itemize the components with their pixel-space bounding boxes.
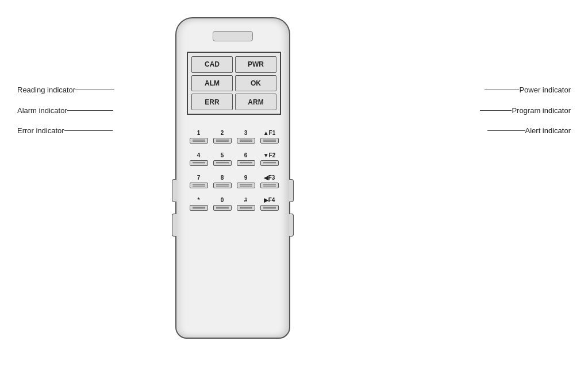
arm-indicator: ARM <box>235 94 276 110</box>
key-f3-group[interactable]: ◀F3 <box>258 175 281 188</box>
program-indicator-text: Program indicator <box>512 106 571 115</box>
key-5-group[interactable]: 5 <box>210 153 234 166</box>
power-indicator-text: Power indicator <box>519 86 571 94</box>
ok-indicator: OK <box>235 75 276 92</box>
key-0-btn[interactable] <box>213 205 232 211</box>
key-f1-btn[interactable] <box>260 138 279 144</box>
key-0-group[interactable]: 0 <box>210 197 234 211</box>
key-star-btn[interactable] <box>190 205 208 211</box>
error-indicator-text: Error indicator <box>17 126 64 135</box>
key-star-label: * <box>198 197 200 203</box>
ridge-left-2 <box>172 214 176 237</box>
error-indicator-line <box>64 130 113 131</box>
alarm-indicator-text: Alarm indicator <box>17 106 67 115</box>
key-4-group[interactable]: 4 <box>187 153 210 166</box>
key-5-btn[interactable] <box>213 160 232 166</box>
err-indicator: ERR <box>191 94 233 110</box>
ridge-right-1 <box>289 179 294 202</box>
key-f2-group[interactable]: ▼F2 <box>258 153 281 166</box>
indicator-panel: CAD PWR ALM OK ERR ARM <box>187 52 281 115</box>
key-f4-group[interactable]: ▶F4 <box>258 197 281 211</box>
key-f3-label: ◀F3 <box>264 175 275 181</box>
key-1-btn[interactable] <box>190 138 208 144</box>
diagram-container: Reading indicator Alarm indicator Error … <box>0 0 588 368</box>
key-2-group[interactable]: 2 <box>210 130 234 144</box>
key-8-label: 8 <box>221 175 224 181</box>
key-7-btn[interactable] <box>190 183 208 188</box>
key-hash-label: # <box>244 197 248 203</box>
alert-indicator-label: Alert indicator <box>487 126 571 135</box>
key-6-label: 6 <box>244 153 248 158</box>
reading-indicator-line <box>75 90 114 90</box>
device-body: CAD PWR ALM OK ERR ARM 1 2 3 ▲F1 <box>175 17 290 339</box>
alert-indicator-text: Alert indicator <box>525 126 571 135</box>
pwr-indicator: PWR <box>235 56 276 73</box>
cad-indicator: CAD <box>191 56 233 73</box>
key-2-label: 2 <box>221 130 224 136</box>
key-7-label: 7 <box>197 175 201 181</box>
program-indicator-line <box>480 110 512 111</box>
ridge-left-1 <box>172 179 176 202</box>
key-star-group[interactable]: * <box>187 197 210 211</box>
key-9-btn[interactable] <box>237 183 255 188</box>
key-3-btn[interactable] <box>237 138 255 144</box>
reading-indicator-label: Reading indicator <box>17 86 114 94</box>
key-2-btn[interactable] <box>213 138 232 144</box>
key-3-group[interactable]: 3 <box>234 130 258 144</box>
key-4-label: 4 <box>197 153 201 158</box>
reading-indicator-text: Reading indicator <box>17 86 75 94</box>
key-f2-label: ▼F2 <box>263 153 276 158</box>
key-8-group[interactable]: 8 <box>210 175 234 188</box>
key-hash-btn[interactable] <box>237 205 255 211</box>
key-4-btn[interactable] <box>190 160 208 166</box>
program-indicator-label: Program indicator <box>480 106 571 115</box>
key-f1-label: ▲F1 <box>263 130 276 136</box>
key-9-group[interactable]: 9 <box>234 175 258 188</box>
key-3-label: 3 <box>244 130 248 136</box>
alert-indicator-line <box>487 130 525 131</box>
key-f1-group[interactable]: ▲F1 <box>258 130 281 144</box>
key-1-group[interactable]: 1 <box>187 130 210 144</box>
power-indicator-line <box>485 90 519 90</box>
key-1-label: 1 <box>197 130 201 136</box>
error-indicator-label: Error indicator <box>17 126 113 135</box>
key-7-group[interactable]: 7 <box>187 175 210 188</box>
alm-indicator: ALM <box>191 75 233 92</box>
card-slot <box>213 31 253 41</box>
key-6-btn[interactable] <box>237 160 255 166</box>
key-hash-group[interactable]: # <box>234 197 258 211</box>
key-f2-btn[interactable] <box>260 160 279 166</box>
key-f4-btn[interactable] <box>260 205 279 211</box>
key-6-group[interactable]: 6 <box>234 153 258 166</box>
ridge-right-2 <box>289 214 294 237</box>
key-f3-btn[interactable] <box>260 183 279 188</box>
keypad: 1 2 3 ▲F1 4 5 <box>187 130 281 211</box>
key-f4-label: ▶F4 <box>264 197 275 203</box>
key-9-label: 9 <box>244 175 248 181</box>
key-5-label: 5 <box>221 153 224 158</box>
alarm-indicator-label: Alarm indicator <box>17 106 113 115</box>
key-8-btn[interactable] <box>213 183 232 188</box>
power-indicator-label: Power indicator <box>485 86 571 94</box>
alarm-indicator-line <box>67 110 113 111</box>
key-0-label: 0 <box>221 197 224 203</box>
